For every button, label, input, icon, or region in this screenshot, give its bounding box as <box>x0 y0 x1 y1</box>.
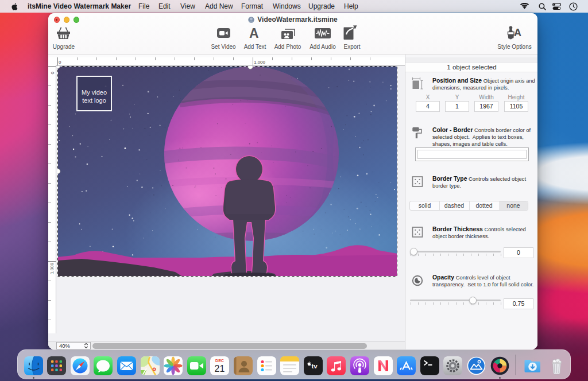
svg-text:21: 21 <box>215 364 225 374</box>
svg-text:DEC: DEC <box>215 359 224 363</box>
svg-text:A: A <box>514 27 521 38</box>
svg-text:tv: tv <box>311 363 318 370</box>
